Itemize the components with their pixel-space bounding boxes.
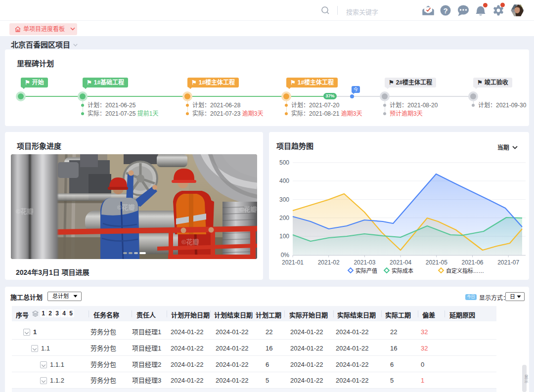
svg-text:2021-04: 2021-04 (390, 259, 411, 266)
svg-text:500: 500 (279, 159, 289, 166)
svg-text:400: 400 (279, 177, 289, 184)
svg-text:300: 300 (279, 196, 289, 203)
svg-text:100: 100 (279, 233, 289, 240)
svg-text:实际产值: 实际产值 (356, 267, 377, 274)
svg-text:2021-05: 2021-05 (426, 259, 447, 266)
svg-text:自定义指标……: 自定义指标…… (446, 267, 484, 274)
svg-text:2021-03: 2021-03 (354, 259, 375, 266)
svg-text:2021-06: 2021-06 (461, 259, 483, 266)
svg-text:200: 200 (279, 215, 289, 221)
svg-text:实际成本: 实际成本 (392, 267, 413, 274)
svg-text:2021-01: 2021-01 (282, 259, 304, 266)
svg-text:0%: 0% (281, 252, 290, 259)
svg-text:?: ? (443, 6, 447, 15)
svg-text:2021-07: 2021-07 (497, 259, 519, 266)
svg-text:2021-02: 2021-02 (318, 259, 340, 266)
